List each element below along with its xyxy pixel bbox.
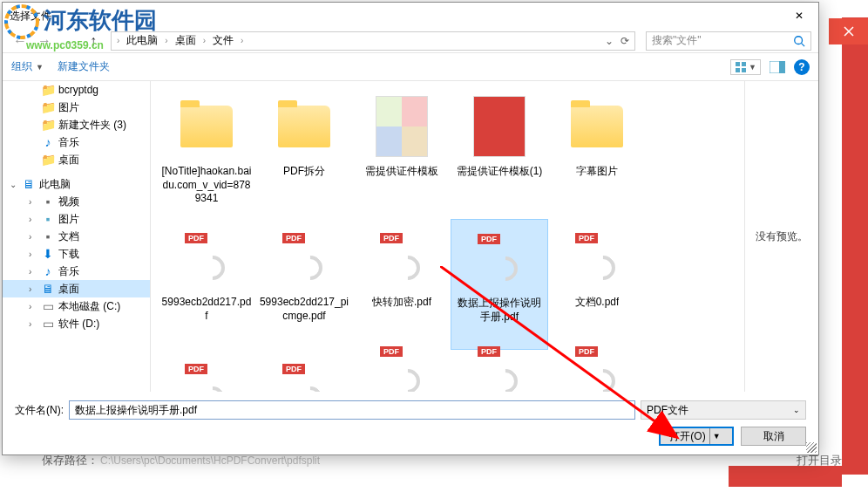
folder-icon: 📁: [41, 118, 55, 132]
pdf-icon: PDF: [172, 353, 241, 392]
help-icon[interactable]: ?: [794, 59, 810, 75]
file-item[interactable]: PDF需提供证件模板.pdf: [255, 350, 353, 392]
breadcrumb-item[interactable]: 文件: [209, 33, 237, 48]
file-item[interactable]: PDF5993ecb2dd217_picmge.pdf: [255, 219, 353, 350]
disk-icon: ▭: [41, 299, 55, 313]
background-close-button[interactable]: [829, 18, 868, 44]
sidebar-item[interactable]: 📁新建文件夹 (3): [3, 116, 150, 133]
preview-pane-toggle[interactable]: [770, 61, 785, 73]
file-label: 需提供证件模板: [365, 165, 438, 179]
sidebar-item[interactable]: 📁图片: [3, 99, 150, 116]
svg-rect-4: [736, 62, 740, 66]
tree-label: 文档: [58, 229, 79, 244]
sidebar-item[interactable]: ›⬇下载: [3, 245, 150, 263]
organize-menu[interactable]: 组织: [11, 59, 32, 74]
cancel-button-label: 取消: [763, 429, 784, 444]
sidebar-item[interactable]: ›▪文档: [3, 228, 150, 245]
chevron-icon: ›: [29, 267, 37, 277]
search-placeholder: 搜索"文件": [652, 33, 702, 48]
sidebar-item[interactable]: 📁bcryptdg: [3, 81, 150, 99]
sidebar-item[interactable]: ›🖥桌面: [3, 280, 150, 297]
doc-icon: ▪: [41, 229, 55, 243]
file-item[interactable]: PDF数据上报操作说明手册.pdf: [451, 219, 548, 350]
new-folder-button[interactable]: 新建文件夹: [58, 59, 110, 74]
file-label: PDF拆分: [283, 165, 325, 179]
file-item[interactable]: PDF: [353, 350, 451, 392]
toolbar: 组织 ▼ 新建文件夹 ▼ ?: [3, 53, 818, 81]
file-label: 需提供证件模板(1): [457, 165, 543, 179]
sidebar-item[interactable]: 📁桌面: [3, 151, 150, 168]
folder-icon: [562, 92, 632, 161]
breadcrumb[interactable]: › 此电脑 › 桌面 › 文件 › ⌄ ⟳: [111, 31, 635, 51]
file-item[interactable]: [NoTitle]haokan.baidu.com_v_vid=8789341: [158, 88, 255, 219]
file-item[interactable]: 需提供证件模板: [353, 88, 451, 219]
file-item[interactable]: PDF: [548, 350, 646, 392]
sidebar-item[interactable]: ›▪视频: [3, 193, 150, 210]
nav-recent-button[interactable]: ⌄: [58, 31, 79, 51]
file-item[interactable]: 字幕图片: [548, 88, 646, 219]
chevron-icon: ›: [29, 249, 37, 259]
breadcrumb-item[interactable]: 桌面: [172, 33, 200, 48]
chevron-icon: ›: [29, 319, 37, 329]
pdf-icon: PDF: [562, 222, 632, 292]
file-item[interactable]: PDF快转加密.pdf: [353, 219, 451, 350]
sidebar-item[interactable]: ⌄🖥此电脑: [3, 175, 150, 193]
tree-label: 此电脑: [39, 177, 71, 192]
sidebar-item[interactable]: ›▭软件 (D:): [3, 315, 150, 332]
chevron-icon: ›: [29, 197, 37, 207]
navigation-bar: ← → ⌄ ↑ › 此电脑 › 桌面 › 文件 › ⌄ ⟳ 搜索"文件": [3, 29, 818, 53]
file-item[interactable]: PDF文档0.pdf: [548, 219, 646, 350]
search-icon: [793, 35, 805, 47]
pdf-icon: PDF: [465, 353, 534, 388]
file-item[interactable]: PDF5993ecb2dd217.pdf: [158, 219, 255, 350]
cancel-button[interactable]: 取消: [741, 427, 806, 446]
tree-label: 本地磁盘 (C:): [58, 299, 120, 314]
file-grid[interactable]: [NoTitle]haokan.baidu.com_v_vid=8789341P…: [151, 81, 744, 392]
thumb1-icon: [367, 92, 437, 161]
file-item[interactable]: 需提供证件模板(1): [451, 88, 548, 219]
chevron-icon: ⌄: [10, 180, 18, 189]
folder-icon: 📁: [41, 100, 55, 114]
pc-icon: 🖥: [22, 177, 36, 191]
sidebar-item[interactable]: ›▪图片: [3, 210, 150, 228]
nav-back-button[interactable]: ←: [10, 31, 31, 51]
sidebar-item[interactable]: ♪音乐: [3, 133, 150, 151]
nav-up-button[interactable]: ↑: [83, 31, 104, 51]
breadcrumb-dropdown[interactable]: ⌄: [601, 35, 617, 47]
filetype-combo[interactable]: PDF文件 ⌄: [641, 400, 806, 420]
file-label: [NoTitle]haokan.baidu.com_v_vid=8789341: [161, 165, 252, 206]
file-label: 5993ecb2dd217.pdf: [161, 296, 252, 323]
chevron-down-icon: ⌄: [793, 406, 800, 414]
pdf-icon: PDF: [562, 353, 632, 388]
open-button[interactable]: 打开(O) ▼: [659, 427, 734, 446]
dialog-close-button[interactable]: ✕: [779, 3, 818, 29]
pdf-icon: PDF: [465, 223, 534, 293]
view-mode-buttons[interactable]: ▼: [730, 59, 761, 75]
filename-input[interactable]: [69, 400, 635, 420]
file-label: 数据上报操作说明手册.pdf: [455, 297, 544, 324]
dialog-bottom-bar: 文件名(N): PDF文件 ⌄ 打开(O) ▼ 取消: [3, 392, 818, 454]
tree-label: 下载: [58, 247, 79, 262]
tree-label: bcryptdg: [58, 84, 98, 96]
preview-pane: 没有预览。: [744, 81, 818, 392]
search-input[interactable]: 搜索"文件": [646, 31, 811, 51]
sidebar-item[interactable]: ›♪音乐: [3, 263, 150, 280]
breadcrumb-item[interactable]: 此电脑: [123, 33, 161, 48]
file-item[interactable]: PDF: [451, 350, 548, 392]
filename-label: 文件名(N):: [15, 403, 64, 418]
open-split-dropdown[interactable]: ▼: [709, 428, 723, 444]
sidebar-item[interactable]: ›▭本地磁盘 (C:): [3, 297, 150, 315]
file-item[interactable]: PDF需提供证件模板(2).pdf: [158, 350, 255, 392]
background-red-button: [729, 466, 842, 487]
tree-label: 音乐: [58, 135, 79, 150]
file-label: 文档0.pdf: [575, 296, 620, 310]
tree-label: 桌面: [58, 153, 79, 167]
file-item[interactable]: PDF拆分: [255, 88, 353, 219]
thumbnail-view-icon: [735, 61, 747, 73]
titlebar: 选择文件 ✕: [3, 3, 818, 29]
pdf-icon: PDF: [367, 353, 437, 388]
breadcrumb-refresh-icon[interactable]: ⟳: [617, 35, 633, 47]
svg-rect-9: [779, 61, 785, 73]
resize-grip[interactable]: [806, 442, 817, 453]
file-label: 字幕图片: [576, 165, 618, 179]
